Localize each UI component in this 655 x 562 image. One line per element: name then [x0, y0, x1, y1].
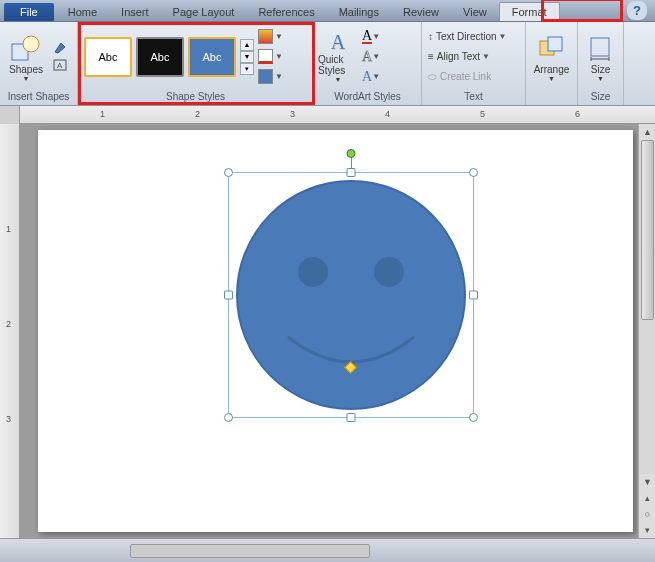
ruler-tick: 6 [575, 109, 580, 119]
resize-handle-ne[interactable] [469, 168, 478, 177]
gallery-down-icon[interactable]: ▼ [240, 51, 254, 63]
shape-style-2[interactable]: Abc [136, 37, 184, 77]
tab-file[interactable]: File [4, 3, 54, 21]
gallery-up-icon[interactable]: ▲ [240, 39, 254, 51]
text-direction-button[interactable]: ↕Text Direction▼ [426, 27, 509, 47]
svg-rect-6 [591, 38, 609, 56]
dropdown-icon: ▼ [23, 75, 30, 82]
status-bar [0, 538, 655, 562]
adjustment-handle[interactable] [344, 361, 357, 374]
shape-effects-button[interactable]: ▼ [258, 67, 283, 87]
scroll-up-icon[interactable]: ▲ [639, 124, 655, 140]
resize-handle-nw[interactable] [224, 168, 233, 177]
ruler-vertical[interactable]: 1 2 3 [0, 124, 20, 538]
scrollbar-vertical[interactable]: ▲ ▼ ▴ ○ ▾ [638, 124, 655, 538]
tab-page-layout[interactable]: Page Layout [161, 3, 247, 21]
dropdown-icon: ▼ [275, 32, 283, 41]
create-link-label: Create Link [440, 71, 491, 82]
dropdown-icon: ▼ [275, 72, 283, 81]
tab-references[interactable]: References [246, 3, 326, 21]
arrange-icon [536, 32, 568, 64]
help-icon[interactable]: ? [627, 1, 647, 20]
quick-styles-button[interactable]: A Quick Styles ▼ [318, 25, 358, 89]
resize-handle-w[interactable] [224, 291, 233, 300]
group-label-wordart: WordArt Styles [314, 91, 421, 105]
ruler-vtick: 2 [6, 319, 11, 329]
dropdown-icon: ▼ [548, 75, 555, 82]
ruler-horizontal[interactable]: 1 2 3 4 5 6 [0, 106, 655, 124]
dropdown-icon: ▼ [372, 32, 380, 41]
tab-home[interactable]: Home [56, 3, 109, 21]
shape-style-3[interactable]: Abc [188, 37, 236, 77]
size-icon [585, 32, 617, 64]
group-shape-styles: Abc Abc Abc ▲ ▼ ▾ ▼ ▼ ▼ Shape Styles [78, 22, 314, 105]
shape-fill-button[interactable]: ▼ [258, 27, 283, 47]
browse-object-icon[interactable]: ○ [639, 506, 655, 522]
text-effects-button[interactable]: A▼ [362, 67, 380, 87]
rotation-handle[interactable] [347, 149, 356, 158]
quick-styles-label: Quick Styles [318, 54, 358, 76]
svg-text:A: A [57, 61, 63, 70]
text-box-icon[interactable]: A [52, 58, 68, 74]
tab-bar: File Home Insert Page Layout References … [0, 0, 655, 22]
resize-handle-s[interactable] [347, 413, 356, 422]
group-label-size: Size [578, 91, 623, 105]
text-outline-button[interactable]: A▼ [362, 47, 380, 67]
group-arrange: Arrange ▼ [526, 22, 578, 105]
link-icon: ⬭ [428, 71, 437, 83]
tab-format[interactable]: Format [499, 2, 560, 21]
size-label: Size [591, 64, 610, 75]
dropdown-icon: ▼ [482, 52, 490, 61]
workspace: 1 2 3 [0, 124, 655, 538]
document-page[interactable] [38, 130, 633, 532]
prev-page-icon[interactable]: ▴ [639, 490, 655, 506]
shape-style-1[interactable]: Abc [84, 37, 132, 77]
next-page-icon[interactable]: ▾ [639, 522, 655, 538]
tab-mailings[interactable]: Mailings [327, 3, 391, 21]
arrange-button[interactable]: Arrange ▼ [530, 25, 573, 89]
group-label-text: Text [422, 91, 525, 105]
ruler-tick: 5 [480, 109, 485, 119]
text-effects-icon: A [362, 71, 372, 83]
align-text-button[interactable]: ≡Align Text▼ [426, 47, 509, 67]
shapes-button[interactable]: Shapes ▼ [4, 25, 48, 89]
effects-icon [258, 69, 273, 84]
dropdown-icon: ▼ [335, 76, 342, 83]
dropdown-icon: ▼ [499, 32, 507, 41]
edit-shape-icon[interactable] [52, 40, 68, 56]
size-button[interactable]: Size ▼ [582, 25, 619, 89]
tab-insert[interactable]: Insert [109, 3, 161, 21]
shape-outline-button[interactable]: ▼ [258, 47, 283, 67]
text-fill-button[interactable]: A▼ [362, 27, 380, 47]
ribbon: Shapes ▼ A Insert Shapes Abc Abc Abc ▲ ▼… [0, 22, 655, 106]
scrollbar-horizontal[interactable] [130, 544, 370, 558]
ruler-vtick: 1 [6, 224, 11, 234]
group-label-arrange [526, 91, 577, 105]
gallery-more-icon[interactable]: ▾ [240, 63, 254, 75]
resize-handle-e[interactable] [469, 291, 478, 300]
ruler-tick: 2 [195, 109, 200, 119]
resize-handle-n[interactable] [347, 168, 356, 177]
group-label-insert-shapes: Insert Shapes [0, 91, 77, 105]
ruler-tick: 4 [385, 109, 390, 119]
tab-review[interactable]: Review [391, 3, 451, 21]
group-label-shape-styles: Shape Styles [78, 91, 313, 105]
align-text-icon: ≡ [428, 51, 434, 62]
scroll-down-icon[interactable]: ▼ [639, 474, 655, 490]
canvas[interactable] [20, 124, 655, 538]
resize-handle-se[interactable] [469, 413, 478, 422]
group-wordart-styles: A Quick Styles ▼ A▼ A▼ A▼ WordArt Styles [314, 22, 422, 105]
scroll-thumb[interactable] [641, 140, 654, 320]
arrange-label: Arrange [534, 64, 570, 75]
text-outline-icon: A [362, 51, 372, 63]
selection-box [228, 172, 474, 418]
outline-pen-icon [258, 49, 273, 64]
resize-handle-sw[interactable] [224, 413, 233, 422]
create-link-button[interactable]: ⬭Create Link [426, 67, 509, 87]
svg-rect-5 [548, 37, 562, 51]
tab-view[interactable]: View [451, 3, 499, 21]
group-size: Size ▼ Size [578, 22, 624, 105]
dropdown-icon: ▼ [372, 72, 380, 81]
dropdown-icon: ▼ [372, 52, 380, 61]
ruler-corner [0, 106, 20, 124]
